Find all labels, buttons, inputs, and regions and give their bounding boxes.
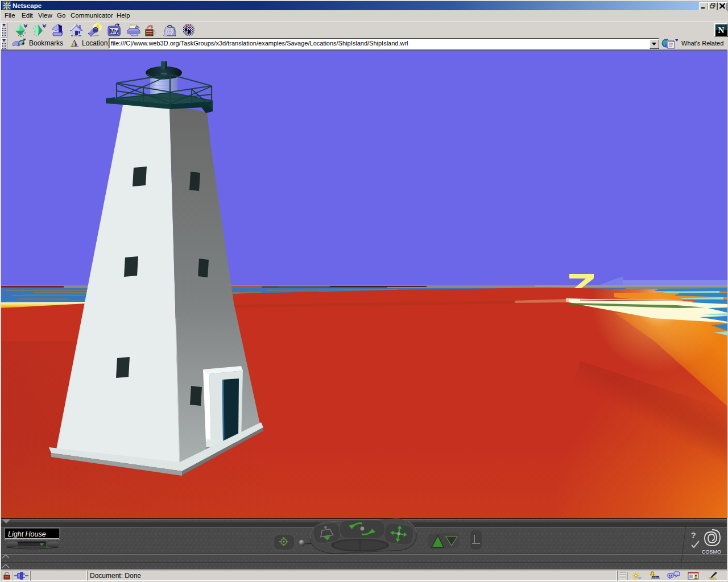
svg-text:N: N [718, 26, 725, 35]
svg-text:@: @ [166, 27, 173, 36]
svg-text:COSMO: COSMO [702, 549, 721, 555]
svg-text:?: ? [690, 530, 696, 540]
svg-text:My: My [110, 28, 119, 35]
svg-text:Light House: Light House [8, 530, 46, 538]
